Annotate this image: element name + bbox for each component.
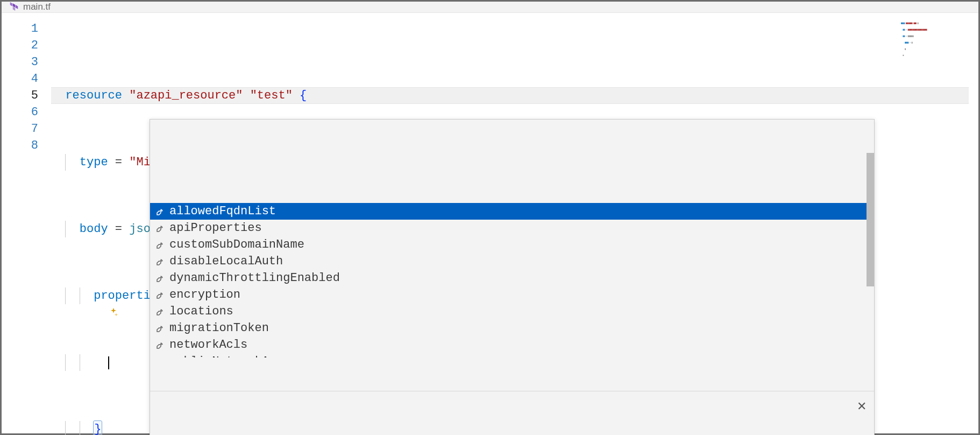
suggestion-item[interactable]: publicNetworkAccess: [150, 353, 874, 357]
file-tab-label: main.tf: [23, 2, 51, 12]
code-editor[interactable]: 1 2 3 4 5 6 7 8 resource "azapi_resource…: [2, 13, 978, 435]
suggestion-label: networkAcls: [169, 336, 247, 353]
suggestion-detail-panel: ✕ allowedFqdnList (Optional) Type: array: [150, 391, 874, 435]
property-icon: [155, 324, 165, 333]
suggestion-item[interactable]: encryption: [150, 286, 874, 303]
property-icon: [155, 290, 165, 300]
text-cursor: [108, 356, 109, 369]
line-number: 1: [2, 20, 38, 37]
suggestion-label: disableLocalAuth: [169, 253, 283, 270]
property-icon: [155, 357, 165, 358]
close-icon[interactable]: ✕: [857, 398, 867, 415]
line-number: 7: [2, 121, 38, 137]
suggestion-label: customSubDomainName: [169, 236, 304, 253]
property-icon: [155, 340, 165, 350]
suggestion-list: allowedFqdnListapiPropertiescustomSubDom…: [150, 153, 874, 357]
suggestion-item[interactable]: apiProperties: [150, 220, 874, 236]
token-keyword: body: [80, 221, 108, 237]
line-number: 5: [2, 87, 38, 104]
suggestion-label: dynamicThrottlingEnabled: [169, 270, 340, 286]
property-icon: [155, 240, 165, 250]
property-icon: [155, 257, 165, 266]
line-number: 4: [2, 71, 38, 87]
token-string: "test": [250, 87, 293, 104]
token-eq: =: [115, 221, 122, 237]
code-content[interactable]: resource "azapi_resource" "test" { type …: [51, 13, 978, 435]
suggestion-label: migrationToken: [169, 320, 269, 336]
tab-bar: main.tf: [2, 2, 978, 13]
property-icon: [155, 207, 165, 216]
token-brace: {: [300, 87, 307, 104]
line-number: 3: [2, 54, 38, 71]
suggestion-label: locations: [169, 303, 233, 320]
suggestion-label: apiProperties: [169, 220, 262, 236]
minimap[interactable]: ████ ███████ ███ █ ██ = ████████████████…: [901, 18, 971, 56]
line-number: 6: [2, 104, 38, 121]
line-number: 2: [2, 37, 38, 54]
token-keyword: resource: [65, 87, 122, 104]
line-number: 8: [2, 137, 38, 154]
token-brace: }: [94, 421, 102, 435]
intellisense-popup: allowedFqdnListapiPropertiescustomSubDom…: [150, 119, 875, 435]
token-string: "azapi_resource": [129, 87, 243, 104]
code-line[interactable]: resource "azapi_resource" "test" {: [51, 87, 978, 104]
suggestion-item[interactable]: allowedFqdnList: [150, 203, 874, 220]
suggestion-item[interactable]: dynamicThrottlingEnabled: [150, 270, 874, 286]
suggestion-label: allowedFqdnList: [169, 203, 276, 220]
editor-window: main.tf 1 2 3 4 5 6 7 8 resource "azapi_…: [0, 0, 980, 435]
file-tab-main-tf[interactable]: main.tf: [9, 2, 51, 12]
line-number-gutter: 1 2 3 4 5 6 7 8: [2, 13, 51, 435]
suggestion-label: encryption: [169, 286, 240, 303]
suggestion-label: publicNetworkAccess: [169, 353, 304, 357]
suggestion-item[interactable]: networkAcls: [150, 336, 874, 353]
property-icon: [155, 307, 165, 317]
property-icon: [155, 273, 165, 283]
suggestion-item[interactable]: customSubDomainName: [150, 236, 874, 253]
terraform-file-icon: [9, 2, 19, 12]
suggestion-item[interactable]: locations: [150, 303, 874, 320]
token-eq: =: [115, 154, 122, 171]
suggestion-item[interactable]: disableLocalAuth: [150, 253, 874, 270]
suggestion-scrollbar[interactable]: [867, 153, 874, 286]
suggestion-item[interactable]: migrationToken: [150, 320, 874, 336]
property-icon: [155, 223, 165, 233]
token-keyword: type: [80, 154, 108, 171]
